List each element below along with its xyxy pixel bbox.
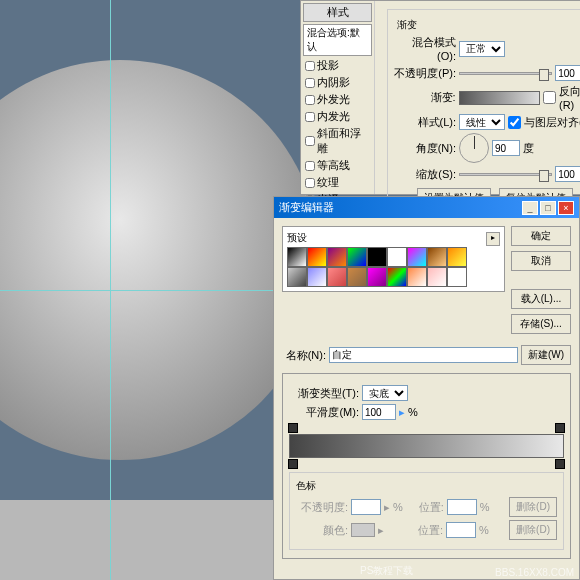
swatch-13[interactable] bbox=[367, 267, 387, 287]
style-checkbox[interactable] bbox=[305, 136, 315, 146]
swatch-10[interactable] bbox=[307, 267, 327, 287]
name-input[interactable] bbox=[329, 347, 518, 363]
style-checkbox[interactable] bbox=[305, 178, 315, 188]
style-checkbox[interactable] bbox=[305, 78, 315, 88]
grad-type-label: 渐变类型(T): bbox=[289, 386, 359, 401]
swatch-0[interactable] bbox=[287, 247, 307, 267]
delete-stop2-button: 删除(D) bbox=[509, 520, 557, 540]
opacity-label: 不透明度(P): bbox=[394, 66, 456, 81]
color-stop-right[interactable] bbox=[555, 459, 565, 469]
opacity-stop-left[interactable] bbox=[288, 423, 298, 433]
preset-swatches bbox=[287, 247, 467, 287]
angle-input[interactable] bbox=[492, 140, 520, 156]
gradient-label: 渐变: bbox=[394, 90, 456, 105]
style-item-4[interactable]: 斜面和浮雕 bbox=[303, 125, 372, 157]
color-stop-left[interactable] bbox=[288, 459, 298, 469]
style-checkbox[interactable] bbox=[305, 95, 315, 105]
angle-dial[interactable] bbox=[459, 133, 489, 163]
maximize-button[interactable]: □ bbox=[540, 201, 556, 215]
grad-type-select[interactable]: 实底 bbox=[362, 385, 408, 401]
stop-pos-input bbox=[447, 499, 477, 515]
swatch-1[interactable] bbox=[307, 247, 327, 267]
blend-options-default[interactable]: 混合选项:默认 bbox=[303, 24, 372, 56]
swatch-3[interactable] bbox=[347, 247, 367, 267]
swatch-8[interactable] bbox=[447, 247, 467, 267]
style-item-5[interactable]: 等高线 bbox=[303, 157, 372, 174]
scale-slider[interactable] bbox=[459, 173, 552, 176]
stop-color-swatch bbox=[351, 523, 375, 537]
ok-button[interactable]: 确定 bbox=[511, 226, 571, 246]
load-button[interactable]: 载入(L)... bbox=[511, 289, 571, 309]
preset-box: 预设 ▸ bbox=[282, 226, 505, 292]
name-label: 名称(N): bbox=[282, 348, 326, 363]
stop-pos2-input bbox=[446, 522, 476, 538]
canvas-sphere bbox=[0, 60, 320, 460]
swatch-6[interactable] bbox=[407, 247, 427, 267]
preset-label: 预设 bbox=[287, 231, 307, 245]
style-item-6[interactable]: 纹理 bbox=[303, 174, 372, 191]
swatch-2[interactable] bbox=[327, 247, 347, 267]
titlebar[interactable]: 渐变编辑器 _ □ × bbox=[274, 197, 579, 218]
minimize-button[interactable]: _ bbox=[522, 201, 538, 215]
style-item-0[interactable]: 投影 bbox=[303, 57, 372, 74]
smooth-input[interactable] bbox=[362, 404, 396, 420]
delete-stop-button: 删除(D) bbox=[509, 497, 557, 517]
swatch-9[interactable] bbox=[287, 267, 307, 287]
preset-menu-button[interactable]: ▸ bbox=[486, 232, 500, 246]
swatch-11[interactable] bbox=[327, 267, 347, 287]
swatch-7[interactable] bbox=[427, 247, 447, 267]
dialog-title: 渐变编辑器 bbox=[279, 200, 334, 215]
smooth-label: 平滑度(M): bbox=[289, 405, 359, 420]
style-checkbox[interactable] bbox=[305, 161, 315, 171]
opacity-stop-right[interactable] bbox=[555, 423, 565, 433]
swatch-17[interactable] bbox=[447, 267, 467, 287]
bottom-watermark: PS教程下载 bbox=[360, 564, 413, 578]
style-checkbox[interactable] bbox=[305, 112, 315, 122]
save-button[interactable]: 存储(S)... bbox=[511, 314, 571, 334]
new-button[interactable]: 新建(W) bbox=[521, 345, 571, 365]
gradient-preview[interactable] bbox=[459, 91, 540, 105]
colorstop-title: 色标 bbox=[296, 479, 557, 493]
layer-style-panel: 样式 混合选项:默认 投影内阴影外发光内发光斜面和浮雕等高线纹理光泽颜色叠加 渐… bbox=[300, 0, 580, 195]
style-select[interactable]: 线性 bbox=[459, 114, 505, 130]
styles-header: 样式 bbox=[303, 3, 372, 22]
bottom-watermark-url: BBS.16XX8.COM bbox=[495, 567, 574, 578]
swatch-16[interactable] bbox=[427, 267, 447, 287]
swatch-14[interactable] bbox=[387, 267, 407, 287]
style-label: 样式(L): bbox=[394, 115, 456, 130]
close-button[interactable]: × bbox=[558, 201, 574, 215]
style-item-3[interactable]: 内发光 bbox=[303, 108, 372, 125]
swatch-12[interactable] bbox=[347, 267, 367, 287]
swatch-15[interactable] bbox=[407, 267, 427, 287]
gradient-editor-dialog: 渐变编辑器 _ □ × 预设 ▸ 确定 取消 载入(L)... 存储(S)...… bbox=[273, 196, 580, 580]
reverse-checkbox[interactable] bbox=[543, 91, 556, 104]
scale-label: 缩放(S): bbox=[394, 167, 456, 182]
blend-mode-select[interactable]: 正常 bbox=[459, 41, 505, 57]
opacity-slider[interactable] bbox=[459, 72, 552, 75]
align-checkbox[interactable] bbox=[508, 116, 521, 129]
blend-mode-label: 混合模式(O): bbox=[394, 35, 456, 62]
gradient-group-title: 渐变 bbox=[394, 18, 420, 32]
scale-input[interactable] bbox=[555, 166, 580, 182]
stop-opacity-input bbox=[351, 499, 381, 515]
style-item-2[interactable]: 外发光 bbox=[303, 91, 372, 108]
gradient-bar[interactable] bbox=[289, 434, 564, 458]
swatch-5[interactable] bbox=[387, 247, 407, 267]
opacity-input[interactable] bbox=[555, 65, 580, 81]
style-item-1[interactable]: 内阴影 bbox=[303, 74, 372, 91]
swatch-4[interactable] bbox=[367, 247, 387, 267]
cancel-button[interactable]: 取消 bbox=[511, 251, 571, 271]
style-checkbox[interactable] bbox=[305, 61, 315, 71]
angle-label: 角度(N): bbox=[394, 141, 456, 156]
